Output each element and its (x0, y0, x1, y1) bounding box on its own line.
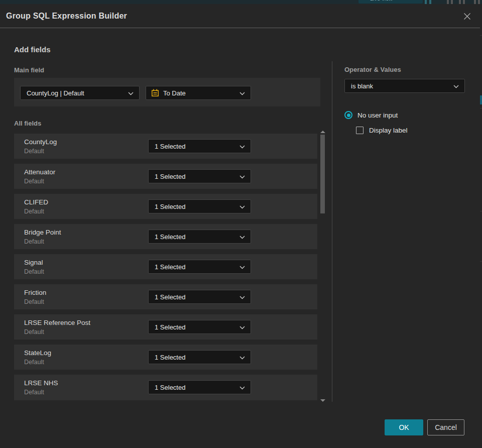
chevron-down-icon (239, 236, 245, 239)
dialog-title: Group SQL Expression Builder (6, 12, 127, 21)
background-right-sliver (480, 4, 482, 448)
toolbar-bar-icon (474, 0, 476, 4)
field-values-select[interactable]: 1 Selected (148, 199, 251, 213)
field-subtitle: Default (24, 359, 44, 366)
field-row-friction: Friction Default 1 Selected (14, 284, 317, 309)
field-values-select[interactable]: 1 Selected (148, 380, 251, 394)
field-name: Attenuator (24, 168, 55, 176)
scrollbar-up-arrow-icon[interactable] (320, 131, 325, 133)
background-toolbar-sliver: Live view (0, 0, 482, 4)
toolbar-bar-icon (451, 0, 453, 4)
field-row-bridge-point: Bridge Point Default 1 Selected (14, 224, 317, 249)
chevron-down-icon (128, 92, 134, 95)
dialog-header: Group SQL Expression Builder (0, 4, 480, 28)
main-field-type-select[interactable]: To Date (146, 86, 251, 100)
calendar-icon (151, 89, 159, 97)
all-fields-label: All fields (14, 120, 41, 127)
field-row-signal: Signal Default 1 Selected (14, 254, 317, 279)
background-teal-chip (480, 95, 482, 104)
close-icon (463, 13, 471, 20)
toolbar-bar-icon (459, 0, 461, 4)
toolbar-bar-icon (478, 0, 480, 4)
field-name: StateLog (24, 349, 51, 357)
chevron-down-icon (239, 356, 245, 360)
panel-divider (332, 61, 332, 402)
main-field-select[interactable]: CountyLog | Default (20, 86, 140, 100)
field-name: Signal (24, 259, 43, 266)
chevron-down-icon (239, 145, 245, 149)
toolbar-bar-icon (447, 0, 449, 4)
field-row-attenuator: Attenuator Default 1 Selected (14, 164, 317, 189)
toolbar-bar-icon (425, 0, 427, 4)
radio-selected-icon (344, 111, 352, 119)
chevron-down-icon (239, 296, 245, 299)
chevron-down-icon (239, 205, 245, 209)
all-fields-scrollbar[interactable] (320, 130, 326, 402)
cancel-button[interactable]: Cancel (427, 419, 464, 435)
scrollbar-thumb[interactable] (320, 135, 325, 213)
field-subtitle: Default (24, 328, 44, 335)
chevron-down-icon (239, 326, 245, 329)
field-values-select[interactable]: 1 Selected (148, 260, 251, 274)
checkbox-unchecked-icon (356, 127, 364, 134)
live-view-label: Live view (370, 0, 393, 2)
ok-button[interactable]: OK (385, 419, 423, 435)
field-values-select[interactable]: 1 Selected (148, 320, 251, 334)
field-values-select[interactable]: 1 Selected (148, 230, 251, 244)
chevron-down-icon (239, 266, 245, 269)
field-subtitle: Default (24, 389, 44, 396)
field-subtitle: Default (24, 208, 44, 215)
field-subtitle: Default (24, 268, 44, 275)
field-row-countylog: CountyLog Default 1 Selected (14, 134, 317, 159)
radio-label: No user input (357, 111, 398, 119)
toolbar-bar-icon (463, 0, 465, 4)
chevron-down-icon (239, 386, 245, 390)
field-name: CountyLog (24, 138, 57, 146)
chevron-down-icon (453, 85, 459, 88)
operator-values-label: Operator & Values (344, 66, 401, 73)
field-name: LRSE NHS (24, 379, 58, 387)
field-subtitle: Default (24, 238, 44, 245)
live-view-pill: Live view (358, 0, 423, 4)
display-label-checkbox[interactable]: Display label (356, 126, 408, 135)
field-subtitle: Default (24, 148, 44, 155)
field-row-lrse-reference-post: LRSE Reference Post Default 1 Selected (14, 314, 317, 340)
no-user-input-radio[interactable]: No user input (344, 110, 398, 120)
field-row-statelog: StateLog Default 1 Selected (14, 345, 317, 370)
field-subtitle: Default (24, 298, 44, 305)
field-values-select[interactable]: 1 Selected (148, 139, 251, 153)
operator-select[interactable]: is blank (344, 79, 465, 93)
field-row-lrse-nhs: LRSE NHS Default 1 Selected (14, 375, 317, 400)
field-name: Friction (24, 289, 46, 296)
main-field-label: Main field (14, 66, 44, 74)
main-field-row: CountyLog | Default To Date (14, 78, 320, 106)
chevron-down-icon (239, 92, 245, 95)
field-values-select[interactable]: 1 Selected (148, 350, 251, 364)
group-sql-expression-builder-dialog: Group SQL Expression Builder Add fields … (0, 4, 480, 448)
field-row-clifed: CLIFED Default 1 Selected (14, 194, 317, 219)
scrollbar-down-arrow-icon[interactable] (320, 399, 325, 402)
field-subtitle: Default (24, 178, 44, 185)
add-fields-heading: Add fields (14, 45, 51, 54)
field-name: LRSE Reference Post (24, 319, 90, 326)
toolbar-bar-icon (429, 0, 431, 4)
field-name: Bridge Point (24, 229, 61, 236)
field-values-select[interactable]: 1 Selected (148, 290, 251, 304)
close-button[interactable] (462, 11, 472, 21)
field-values-select[interactable]: 1 Selected (148, 169, 251, 183)
field-name: CLIFED (24, 198, 48, 206)
chevron-down-icon (239, 175, 245, 179)
checkbox-label: Display label (369, 127, 408, 134)
